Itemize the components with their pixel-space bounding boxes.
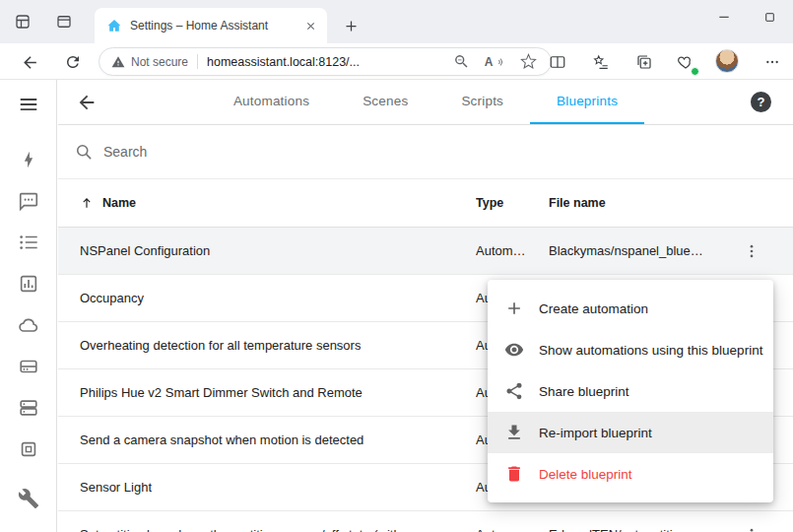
tab-actions-icon[interactable] [53, 11, 75, 33]
assist-chat-icon[interactable] [18, 190, 39, 212]
menu-item-create-automation[interactable]: Create automation [488, 288, 773, 329]
row-name: NSPanel Configuration [80, 243, 210, 258]
menu-item-show-automations[interactable]: Show automations using this blueprint [488, 329, 773, 370]
row-name: Philips Hue v2 Smart Dimmer Switch and R… [80, 385, 363, 400]
browser-titlebar: Settings – Home Assistant [0, 0, 793, 43]
minimize-icon[interactable] [701, 0, 747, 33]
menu-item-share-blueprint[interactable]: Share blueprint [488, 370, 773, 412]
favorite-star-icon[interactable] [517, 51, 539, 73]
tab-blueprints[interactable]: Blueprints [530, 80, 644, 124]
browser-essentials-icon[interactable] [674, 50, 697, 74]
column-header-type[interactable]: Type [476, 196, 549, 210]
tab-scenes[interactable]: Scenes [336, 80, 434, 124]
download-icon [504, 423, 524, 442]
address-divider [197, 54, 198, 69]
menu-item-reimport-blueprint[interactable]: Re-import blueprint [488, 412, 773, 453]
read-aloud-icon[interactable]: A [484, 51, 505, 73]
browser-tab[interactable]: Settings – Home Assistant [95, 8, 327, 43]
row-type: Autom… [476, 527, 549, 532]
browser-toolbar: Not secure homeassistant.local:8123/... … [0, 43, 793, 80]
new-tab-icon[interactable] [339, 14, 363, 37]
url-text[interactable]: homeassistant.local:8123/... [207, 55, 438, 69]
plus-icon [504, 299, 524, 318]
zoom-icon[interactable] [450, 51, 472, 73]
sort-ascending-icon [80, 196, 94, 210]
workspaces-icon[interactable] [12, 11, 33, 33]
not-secure-warning-icon [111, 55, 125, 69]
storage-chip-icon[interactable] [18, 438, 39, 460]
table-row[interactable]: Set entities based on other entities new… [58, 511, 793, 532]
tab-scripts[interactable]: Scripts [434, 80, 530, 124]
row-name: Set entities based on other entities new… [80, 527, 476, 532]
split-screen-icon[interactable] [546, 50, 569, 74]
tab-close-icon[interactable] [301, 17, 319, 34]
row-name: Sensor Light [80, 480, 152, 495]
nas-server-icon[interactable] [18, 356, 39, 377]
trash-icon [504, 464, 524, 484]
ha-appbar: Automations Scenes Scripts Blueprints ? [58, 80, 793, 125]
logbook-list-icon[interactable] [18, 232, 39, 253]
row-name: Overheating detection for all temperatur… [80, 338, 361, 353]
status-badge [691, 67, 699, 76]
menu-hamburger-icon[interactable] [18, 94, 39, 115]
window-controls [701, 0, 793, 33]
table-header: Name Type File name [58, 179, 793, 228]
nav-tabs: Automations Scenes Scripts Blueprints [58, 80, 793, 124]
security-label[interactable]: Not secure [131, 55, 188, 69]
collections-icon[interactable] [632, 50, 656, 74]
tools-wrench-icon[interactable] [18, 488, 39, 509]
row-file: Blackymas/nspanel_blueprin… [549, 243, 710, 258]
row-type: Autom… [476, 243, 549, 258]
menu-item-delete-blueprint[interactable]: Delete blueprint [488, 453, 773, 495]
address-bar[interactable]: Not secure homeassistant.local:8123/... … [99, 47, 552, 76]
tab-automations[interactable]: Automations [207, 80, 336, 124]
energy-icon[interactable] [18, 149, 39, 170]
history-chart-icon[interactable] [18, 273, 39, 295]
tab-title: Settings – Home Assistant [130, 19, 294, 33]
eye-icon [504, 340, 524, 360]
home-assistant-favicon [106, 18, 122, 33]
server-rack-icon[interactable] [18, 397, 39, 419]
search-icon [74, 142, 94, 162]
column-header-name[interactable]: Name [58, 196, 476, 210]
back-icon[interactable] [18, 50, 41, 74]
maximize-icon[interactable] [747, 0, 792, 33]
browser-window: Settings – Home Assistant [0, 0, 793, 532]
help-icon[interactable]: ? [751, 92, 771, 112]
table-row[interactable]: NSPanel Configuration Autom… Blackymas/n… [58, 228, 793, 275]
refresh-icon[interactable] [61, 50, 85, 74]
row-overflow-menu-icon[interactable] [737, 520, 766, 532]
row-name: Send a camera snapshot when motion is de… [80, 432, 363, 447]
share-icon [504, 381, 524, 401]
row-overflow-menu-icon[interactable] [737, 236, 766, 266]
row-name: Occupancy [80, 291, 144, 305]
cloud-icon[interactable] [18, 314, 39, 336]
browser-menu-icon[interactable] [760, 50, 784, 74]
ha-sidebar [0, 80, 57, 532]
blueprint-context-menu: Create automation Show automations using… [488, 280, 773, 502]
favorites-hub-icon[interactable] [589, 50, 613, 74]
profile-avatar[interactable] [715, 49, 739, 73]
row-file: EdwardTEN/set_entities_bas… [549, 527, 710, 532]
search-input[interactable] [103, 144, 793, 160]
search-row [58, 125, 793, 179]
column-header-file[interactable]: File name [549, 196, 710, 210]
